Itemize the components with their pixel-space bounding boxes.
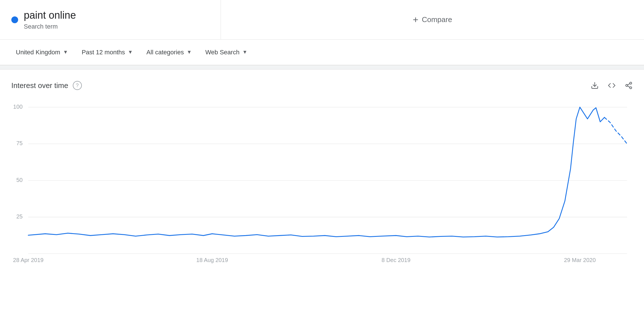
compare-section[interactable]: + Compare	[221, 0, 644, 39]
chart-title: Interest over time	[11, 81, 68, 90]
svg-text:50: 50	[16, 177, 23, 183]
trend-chart: 100 75 50 25 28 Apr 2019 18 Aug 2019 8 D…	[11, 101, 633, 265]
term-dot	[11, 16, 18, 23]
region-label: United Kingdom	[16, 49, 60, 56]
term-type: Search term	[24, 23, 76, 30]
search-type-label: Web Search	[205, 49, 240, 56]
compare-button[interactable]: + Compare	[413, 14, 452, 25]
region-arrow: ▼	[63, 49, 68, 55]
help-icon[interactable]: ?	[73, 81, 82, 90]
chart-section: Interest over time ?	[0, 70, 644, 267]
section-divider	[0, 65, 644, 70]
chart-actions	[591, 81, 633, 89]
compare-label: Compare	[422, 15, 452, 24]
svg-line-5	[628, 84, 630, 85]
term-name: paint online	[24, 9, 76, 21]
period-arrow: ▼	[128, 49, 133, 55]
search-term-section: paint online Search term	[0, 0, 221, 39]
search-type-filter[interactable]: Web Search ▼	[201, 46, 252, 59]
category-arrow: ▼	[187, 49, 192, 55]
svg-text:100: 100	[13, 104, 23, 110]
compare-plus-icon: +	[413, 14, 419, 25]
svg-line-4	[628, 86, 630, 87]
chart-header: Interest over time ?	[11, 81, 633, 90]
svg-text:8 Dec 2019: 8 Dec 2019	[381, 257, 410, 263]
category-filter[interactable]: All categories ▼	[142, 46, 196, 59]
period-label: Past 12 months	[82, 49, 125, 56]
period-filter[interactable]: Past 12 months ▼	[77, 46, 137, 59]
share-button[interactable]	[625, 81, 633, 89]
category-label: All categories	[146, 49, 184, 56]
term-info: paint online Search term	[24, 9, 76, 30]
help-symbol: ?	[76, 83, 79, 89]
search-type-arrow: ▼	[242, 49, 248, 55]
region-filter[interactable]: United Kingdom ▼	[11, 46, 72, 59]
svg-text:28 Apr 2019: 28 Apr 2019	[13, 257, 44, 263]
download-button[interactable]	[591, 81, 599, 89]
filter-bar: United Kingdom ▼ Past 12 months ▼ All ca…	[0, 40, 644, 65]
svg-text:18 Aug 2019: 18 Aug 2019	[196, 257, 228, 263]
trend-line-dotted	[604, 117, 627, 144]
chart-container: 100 75 50 25 28 Apr 2019 18 Aug 2019 8 D…	[11, 101, 633, 267]
header: paint online Search term + Compare	[0, 0, 644, 40]
svg-text:25: 25	[16, 213, 23, 220]
svg-text:75: 75	[16, 140, 23, 146]
svg-text:29 Mar 2020: 29 Mar 2020	[564, 257, 596, 263]
embed-button[interactable]	[608, 81, 616, 89]
trend-line-solid	[28, 107, 604, 237]
chart-title-area: Interest over time ?	[11, 81, 82, 90]
